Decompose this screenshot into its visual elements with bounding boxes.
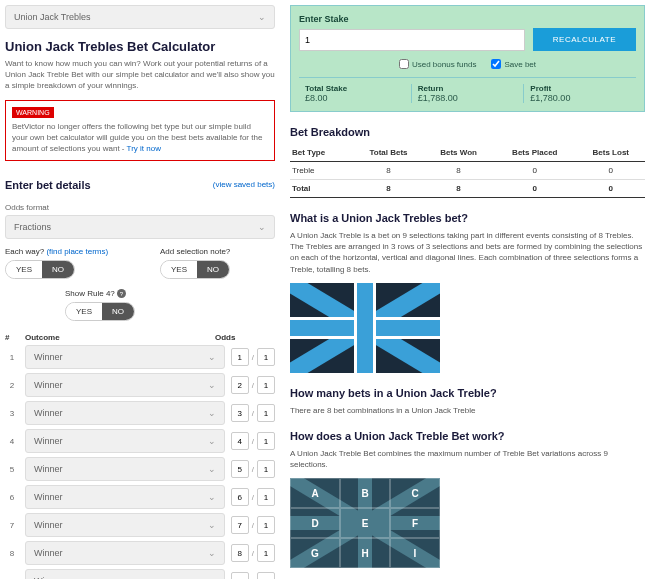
note-label: Add selection note? [160, 247, 275, 256]
q3-heading: How does a Union Jack Treble Bet work? [290, 430, 645, 442]
details-heading: Enter bet details [5, 179, 91, 191]
bonus-checkbox[interactable]: Used bonus funds [399, 59, 477, 69]
try-it-link[interactable]: Try it now [127, 144, 161, 153]
odds-den-input[interactable] [257, 488, 275, 506]
selection-row: 6Winner⌄/ [5, 485, 275, 509]
help-icon[interactable]: ? [117, 289, 126, 298]
intro-text: Want to know how much you can win? Work … [5, 58, 275, 92]
stake-input[interactable] [299, 29, 525, 51]
row-num: 2 [5, 381, 19, 390]
odds-num-input[interactable] [231, 516, 249, 534]
bet-type-select[interactable]: Union Jack Trebles ⌄ [5, 5, 275, 29]
warning-tag: WARNING [12, 107, 54, 118]
odds-den-input[interactable] [257, 348, 275, 366]
selection-row: 1Winner⌄/ [5, 345, 275, 369]
odds-format-value: Fractions [14, 222, 51, 232]
each-way-yes[interactable]: YES [6, 261, 42, 278]
selections-header: # Outcome Odds [5, 333, 275, 345]
total-stake-value: £8.00 [305, 93, 405, 103]
outcome-select[interactable]: Winner⌄ [25, 485, 225, 509]
odds-num-input[interactable] [231, 376, 249, 394]
chevron-down-icon: ⌄ [258, 222, 266, 232]
q1-heading: What is a Union Jack Trebles bet? [290, 212, 645, 224]
row-num: 4 [5, 437, 19, 446]
odds-num-input[interactable] [231, 488, 249, 506]
selection-row: 2Winner⌄/ [5, 373, 275, 397]
row-num: 8 [5, 549, 19, 558]
each-way-no[interactable]: NO [42, 261, 74, 278]
rule4-no[interactable]: NO [102, 303, 134, 320]
selection-row: 5Winner⌄/ [5, 457, 275, 481]
breakdown-heading: Bet Breakdown [290, 126, 645, 138]
outcome-select[interactable]: Winner⌄ [25, 569, 225, 579]
odds-den-input[interactable] [257, 516, 275, 534]
chevron-down-icon: ⌄ [208, 548, 216, 558]
chevron-down-icon: ⌄ [258, 12, 266, 22]
a1-text: A Union Jack Treble is a bet on 9 select… [290, 230, 645, 275]
chevron-down-icon: ⌄ [208, 352, 216, 362]
odds-num-input[interactable] [231, 404, 249, 422]
note-no[interactable]: NO [197, 261, 229, 278]
outcome-select[interactable]: Winner⌄ [25, 345, 225, 369]
selection-row: 9Winner⌄/ [5, 569, 275, 579]
selection-row: 7Winner⌄/ [5, 513, 275, 537]
odds-den-input[interactable] [257, 432, 275, 450]
each-way-label: Each way? (find place terms) [5, 247, 120, 256]
outcome-select[interactable]: Winner⌄ [25, 541, 225, 565]
breakdown-table: Bet TypeTotal BetsBets WonBets PlacedBet… [290, 144, 645, 198]
chevron-down-icon: ⌄ [208, 492, 216, 502]
return-value: £1,788.00 [418, 93, 518, 103]
outcome-select[interactable]: Winner⌄ [25, 457, 225, 481]
warning-box: WARNING BetVictor no longer offers the f… [5, 100, 275, 162]
chevron-down-icon: ⌄ [208, 408, 216, 418]
outcome-select[interactable]: Winner⌄ [25, 373, 225, 397]
profit-value: £1,780.00 [530, 93, 630, 103]
table-row: Total8800 [290, 180, 645, 198]
each-way-toggle[interactable]: YES NO [5, 260, 75, 279]
chevron-down-icon: ⌄ [208, 520, 216, 530]
stake-panel: Enter Stake RECALCULATE Used bonus funds… [290, 5, 645, 112]
union-jack-grid: ABC DEF GHI [290, 478, 440, 568]
outcome-select[interactable]: Winner⌄ [25, 429, 225, 453]
odds-num-input[interactable] [231, 460, 249, 478]
note-toggle[interactable]: YES NO [160, 260, 230, 279]
view-saved-link[interactable]: (view saved bets) [213, 180, 275, 189]
chevron-down-icon: ⌄ [208, 464, 216, 474]
odds-num-input[interactable] [231, 432, 249, 450]
outcome-select[interactable]: Winner⌄ [25, 513, 225, 537]
bet-type-value: Union Jack Trebles [14, 12, 91, 22]
row-num: 3 [5, 409, 19, 418]
odds-num-input[interactable] [231, 348, 249, 366]
odds-num-input[interactable] [231, 544, 249, 562]
save-bet-checkbox[interactable]: Save bet [491, 59, 536, 69]
outcome-select[interactable]: Winner⌄ [25, 401, 225, 425]
results-row: Total Stake£8.00 Return£1,788.00 Profit£… [299, 77, 636, 103]
warning-text: BetVictor no longer offers the following… [12, 121, 268, 155]
odds-den-input[interactable] [257, 404, 275, 422]
note-yes[interactable]: YES [161, 261, 197, 278]
page-title: Union Jack Trebles Bet Calculator [5, 39, 275, 54]
selection-row: 4Winner⌄/ [5, 429, 275, 453]
odds-format-select[interactable]: Fractions ⌄ [5, 215, 275, 239]
selection-row: 3Winner⌄/ [5, 401, 275, 425]
union-jack-flag [290, 283, 440, 373]
recalculate-button[interactable]: RECALCULATE [533, 28, 636, 51]
odds-den-input[interactable] [257, 376, 275, 394]
a2-text: There are 8 bet combinations in a Union … [290, 405, 645, 416]
table-row: Treble8800 [290, 162, 645, 180]
odds-format-label: Odds format [5, 203, 275, 212]
odds-num-input[interactable] [231, 572, 249, 579]
rule4-label: Show Rule 4?? [65, 289, 275, 298]
place-terms-link[interactable]: (find place terms) [46, 247, 108, 256]
odds-den-input[interactable] [257, 460, 275, 478]
stake-label: Enter Stake [299, 14, 636, 24]
odds-den-input[interactable] [257, 544, 275, 562]
rule4-toggle[interactable]: YES NO [65, 302, 135, 321]
q2-heading: How many bets in a Union Jack Treble? [290, 387, 645, 399]
chevron-down-icon: ⌄ [208, 380, 216, 390]
chevron-down-icon: ⌄ [208, 436, 216, 446]
odds-den-input[interactable] [257, 572, 275, 579]
rule4-yes[interactable]: YES [66, 303, 102, 320]
row-num: 5 [5, 465, 19, 474]
row-num: 7 [5, 521, 19, 530]
